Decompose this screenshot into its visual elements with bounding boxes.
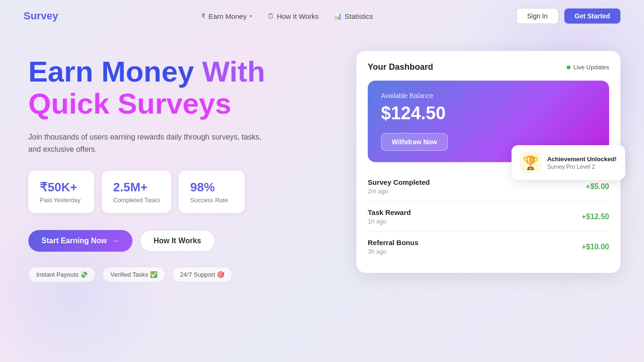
start-earning-button[interactable]: Start Earning Now → — [28, 230, 132, 252]
hero-section: Earn Money With Quick Surveys Join thous… — [28, 46, 328, 282]
navbar: Survey ₹ Earn Money ▾ 🗒 How It Works 📊 S… — [0, 0, 644, 32]
stat-card-tasks: 2.5M+ Completed Tasks — [102, 171, 171, 213]
dashboard-title: Your Dashboard — [368, 62, 433, 72]
logo[interactable]: Survey — [24, 10, 58, 22]
dashboard-card: Your Dashboard Live Updates Available Ba… — [356, 51, 620, 273]
txn-time-2: 1h ago — [368, 218, 411, 225]
stat-card-success: 98% Success Rate — [179, 171, 245, 213]
transaction-row: Referral Bonus 3h ago +$10.00 — [368, 232, 609, 262]
feature-badges: Instant Payouts 💸 Verified Tasks ✅ 24/7 … — [28, 267, 328, 282]
achievement-title: Achievement Unlocked! — [547, 156, 617, 163]
hero-subtitle: Join thousands of users earning rewards … — [28, 131, 273, 155]
main-content: Earn Money With Quick Surveys Join thous… — [0, 32, 644, 282]
achievement-popup: 🏆 Achievement Unlocked! Survey Pro Level… — [512, 145, 625, 180]
trophy-icon: 🏆 — [520, 152, 542, 173]
txn-amount-1: +$5.00 — [586, 182, 609, 191]
live-dot-icon — [567, 66, 570, 69]
cta-buttons: Start Earning Now → How It Works — [28, 230, 328, 252]
signin-button[interactable]: Sign In — [516, 8, 559, 24]
rupee-icon: ₹ — [201, 12, 206, 20]
txn-name-2: Task Reward — [368, 208, 411, 216]
txn-name-3: Referral Bonus — [368, 239, 419, 247]
getstarted-button[interactable]: Get Started — [564, 8, 620, 24]
badge-verified-tasks: Verified Tasks ✅ — [102, 267, 165, 282]
txn-amount-2: +$12.50 — [582, 213, 609, 221]
stat-tasks-label: Completed Tasks — [113, 197, 160, 204]
badge-instant-payouts: Instant Payouts 💸 — [28, 267, 96, 282]
stat-tasks-value: 2.5M+ — [113, 180, 160, 195]
achievement-subtitle: Survey Pro Level 2 — [547, 164, 617, 170]
arrow-icon: → — [112, 237, 119, 245]
balance-amount: $124.50 — [381, 103, 596, 123]
how-it-works-button[interactable]: How It Works — [140, 230, 215, 252]
txn-time-1: 2m ago — [368, 188, 430, 195]
nav-statistics[interactable]: 📊 Statistics — [334, 12, 373, 20]
badge-support: 24/7 Support 🎯 — [172, 267, 232, 282]
nav-actions: Sign In Get Started — [516, 8, 620, 24]
clipboard-icon: 🗒 — [267, 12, 274, 20]
stats-row: ₹50K+ Paid Yesterday 2.5M+ Completed Tas… — [28, 171, 328, 213]
txn-amount-3: +$10.00 — [582, 243, 609, 251]
transaction-row: Task Reward 1h ago +$12.50 — [368, 202, 609, 232]
chevron-down-icon: ▾ — [249, 13, 252, 19]
stat-card-paid: ₹50K+ Paid Yesterday — [28, 171, 94, 213]
stat-success-label: Success Rate — [190, 197, 233, 204]
withdraw-button[interactable]: Withdraw Now — [381, 133, 448, 151]
nav-how-it-works[interactable]: 🗒 How It Works — [267, 12, 319, 20]
balance-label: Available Balance — [381, 92, 596, 99]
dashboard-header: Your Dashboard Live Updates — [368, 62, 609, 72]
chart-icon: 📊 — [334, 12, 342, 20]
txn-time-3: 3h ago — [368, 248, 419, 255]
stat-paid-value: ₹50K+ — [40, 180, 83, 195]
txn-name-1: Survey Completed — [368, 178, 430, 186]
nav-earn-money[interactable]: ₹ Earn Money ▾ — [201, 12, 252, 20]
nav-links: ₹ Earn Money ▾ 🗒 How It Works 📊 Statisti… — [201, 12, 373, 20]
live-badge: Live Updates — [567, 64, 609, 71]
stat-success-value: 98% — [190, 180, 233, 195]
hero-title: Earn Money With Quick Surveys — [28, 56, 328, 120]
transactions-list: Survey Completed 2m ago +$5.00 Task Rewa… — [368, 172, 609, 262]
stat-paid-label: Paid Yesterday — [40, 197, 83, 204]
